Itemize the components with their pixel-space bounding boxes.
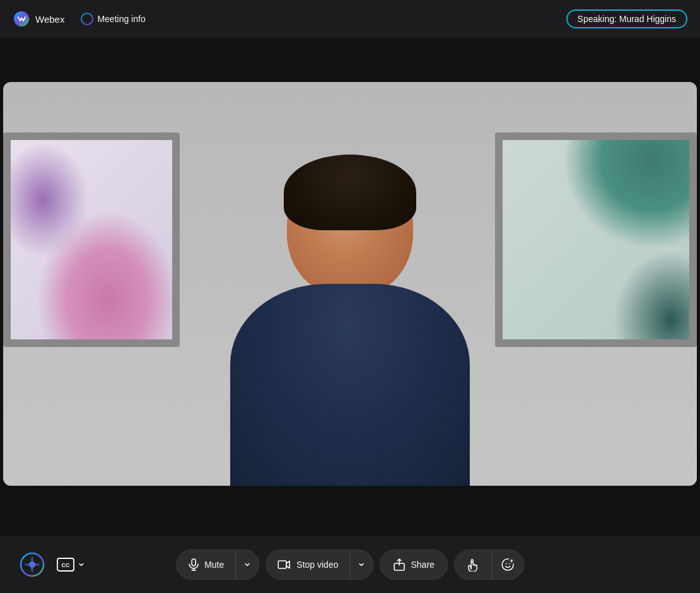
participant-video <box>186 120 514 486</box>
video-camera-icon <box>277 560 291 570</box>
webex-logo-icon <box>13 10 30 28</box>
art-frame-right <box>495 132 697 347</box>
reactions-more-group <box>454 549 524 580</box>
top-bar-left: Webex Meeting info <box>13 10 151 28</box>
meeting-info-icon <box>81 13 93 25</box>
video-area <box>0 38 700 536</box>
reactions-button[interactable] <box>492 550 523 579</box>
mute-label: Mute <box>204 560 224 570</box>
speaking-badge: Speaking: Murad Higgins <box>566 9 687 28</box>
bottom-left-controls: CC <box>19 551 90 578</box>
svg-rect-5 <box>192 559 195 566</box>
person-torso <box>230 284 470 486</box>
bottom-bar: CC Mute <box>0 536 700 593</box>
mute-button-group: Mute <box>176 549 259 580</box>
speaking-label: Speaking: Murad Higgins <box>578 14 676 24</box>
webex-logo-text: Webex <box>35 14 64 25</box>
mute-button[interactable]: Mute <box>177 550 236 579</box>
art-frame-left <box>3 132 180 347</box>
share-icon <box>393 558 405 571</box>
webex-logo[interactable]: Webex <box>13 10 64 28</box>
stop-video-button-group: Stop video <box>265 549 373 580</box>
ai-assistant-icon <box>19 551 45 578</box>
top-bar: Webex Meeting info Speaking: Murad Higgi… <box>0 0 700 38</box>
add-reaction-icon <box>501 558 515 572</box>
meeting-info-label: Meeting info <box>97 14 145 24</box>
share-label: Share <box>411 560 434 570</box>
meeting-info-button[interactable]: Meeting info <box>76 10 150 28</box>
svg-point-11 <box>505 563 506 565</box>
bottom-center-controls: Mute Stop video <box>176 549 524 580</box>
stop-video-chevron-button[interactable] <box>350 550 373 579</box>
microphone-icon <box>188 558 199 571</box>
svg-text:CC: CC <box>62 562 70 568</box>
stop-video-label: Stop video <box>296 560 338 570</box>
captions-icon: CC <box>57 558 74 572</box>
stop-video-chevron-icon <box>358 561 365 568</box>
person-hair <box>284 155 416 230</box>
raise-hand-icon <box>466 558 480 572</box>
video-container <box>3 82 697 486</box>
share-button[interactable]: Share <box>380 549 447 580</box>
ai-assistant-button[interactable] <box>19 551 45 578</box>
mute-chevron-icon <box>243 561 251 568</box>
mute-chevron-button[interactable] <box>236 550 259 579</box>
svg-rect-8 <box>278 561 286 568</box>
stop-video-button[interactable]: Stop video <box>266 550 350 579</box>
raise-hand-button[interactable] <box>455 550 492 579</box>
captions-chevron-icon <box>77 560 86 569</box>
captions-button[interactable]: CC <box>53 554 90 575</box>
video-feed <box>3 82 697 486</box>
